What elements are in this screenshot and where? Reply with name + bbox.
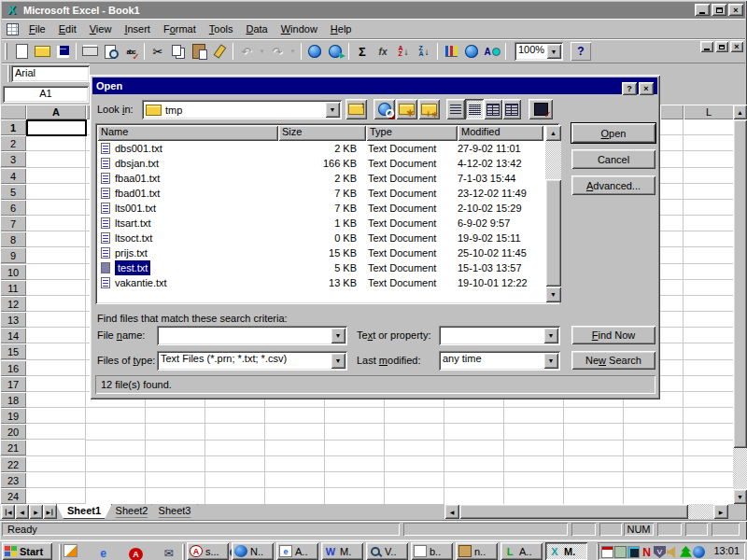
mail-icon[interactable]: ✉	[162, 547, 176, 560]
file-row[interactable]: fbaa01.txt2 KBText Document7-1-03 15:44	[97, 171, 557, 186]
file-row[interactable]: test.txt5 KBText Document15-1-03 13:57	[97, 260, 557, 275]
menu-edit[interactable]: Edit	[52, 21, 83, 37]
cut-button[interactable]	[148, 42, 168, 61]
menu-data[interactable]: Data	[239, 21, 274, 37]
undo-dropdown-button[interactable]: ▼	[257, 42, 267, 61]
row-header-21[interactable]: 21	[0, 440, 26, 455]
up-one-level-button[interactable]	[345, 99, 367, 119]
task-button-green-app[interactable]: LA..	[500, 542, 543, 560]
menu-help[interactable]: Help	[324, 21, 359, 37]
add-to-favorites-button[interactable]	[418, 99, 440, 119]
search-web-button[interactable]	[374, 99, 395, 119]
last-modified-combobox[interactable]: any time ▼	[439, 351, 560, 371]
open-button[interactable]	[32, 42, 52, 61]
file-row[interactable]: vakantie.txt13 KBText Document19-10-01 1…	[97, 275, 557, 290]
file-row[interactable]: prijs.txt15 KBText Document25-10-02 11:4…	[97, 245, 557, 260]
task-button-ie-document[interactable]: eA..	[276, 542, 318, 560]
row-header-1[interactable]: 1	[0, 119, 26, 135]
excel-app-icon[interactable]: X	[5, 4, 19, 17]
scroll-down-icon[interactable]: ▼	[733, 489, 747, 504]
row-header-18[interactable]: 18	[0, 392, 26, 408]
row-header-17[interactable]: 17	[0, 376, 26, 392]
autosum-button[interactable]	[352, 42, 373, 61]
look-in-combobox[interactable]: tmp ▼	[142, 100, 342, 119]
paste-function-button[interactable]	[373, 42, 393, 61]
task-button-word[interactable]: WM.	[321, 542, 363, 560]
file-row[interactable]: ltsart.txt1 KBText Document6-9-02 9:57	[97, 216, 557, 231]
cancel-button[interactable]: Cancel	[571, 149, 655, 169]
menu-tools[interactable]: Tools	[203, 21, 240, 37]
pen-tablet-tray-icon[interactable]	[614, 546, 627, 558]
zoom-combobox[interactable]: 100% ▼	[514, 42, 563, 61]
new-workbook-button[interactable]	[11, 42, 32, 61]
text-or-property-combobox[interactable]: ▼	[439, 326, 560, 345]
vertical-scrollbar-thumb[interactable]	[733, 119, 747, 448]
redo-dropdown-button[interactable]: ▼	[288, 42, 298, 61]
column-header-size[interactable]: Size	[278, 125, 366, 141]
restore-icon[interactable]	[712, 4, 726, 16]
row-header-22[interactable]: 22	[0, 456, 26, 472]
open-button[interactable]: Open	[571, 123, 655, 143]
file-row[interactable]: lts001.txt7 KBText Document2-10-02 15:29	[97, 201, 557, 216]
scheduler-tray-icon[interactable]	[601, 546, 613, 558]
sheet-tab-sheet1[interactable]: Sheet1	[56, 504, 112, 519]
file-row[interactable]: ltsoct.txt0 KBText Document19-9-02 15:11	[97, 231, 557, 245]
row-header-5[interactable]: 5	[0, 184, 26, 200]
redo-button[interactable]	[267, 42, 288, 61]
file-row[interactable]: dbsjan.txt166 KBText Document4-12-02 13:…	[97, 156, 557, 171]
files-of-type-dropdown-icon[interactable]: ▼	[331, 353, 345, 369]
dialog-close-icon[interactable]: ×	[639, 82, 654, 95]
column-header-partial-k[interactable]	[660, 105, 684, 119]
view-details-button[interactable]	[465, 99, 484, 119]
row-header-15[interactable]: 15	[0, 343, 26, 359]
print-button[interactable]	[79, 42, 100, 61]
file-name-dropdown-icon[interactable]: ▼	[331, 328, 345, 343]
look-in-favorites-button[interactable]	[396, 99, 417, 119]
minimize-icon[interactable]	[695, 4, 710, 16]
task-button-search[interactable]: V..	[366, 542, 408, 560]
web-toolbar-button[interactable]	[325, 42, 345, 61]
scroll-right-icon[interactable]: ▶	[713, 504, 728, 519]
list-scroll-up-icon[interactable]: ▲	[545, 125, 561, 141]
files-of-type-combobox[interactable]: Text Files (*.prn; *.txt; *.csv) ▼	[157, 351, 347, 371]
text-or-property-dropdown-icon[interactable]: ▼	[543, 328, 558, 343]
select-all-corner[interactable]	[0, 105, 26, 119]
last-sheet-icon[interactable]: ▶┃	[43, 504, 57, 519]
display-tray-icon[interactable]	[627, 546, 640, 558]
file-row[interactable]: fbad01.txt7 KBText Document23-12-02 11:4…	[97, 186, 557, 201]
copy-button[interactable]	[168, 42, 189, 61]
shield-tray-icon[interactable]: V	[654, 546, 666, 558]
new-search-button[interactable]: New Search	[571, 351, 655, 370]
prev-sheet-icon[interactable]: ◀	[15, 504, 29, 519]
row-header-24[interactable]: 24	[0, 488, 26, 504]
row-header-10[interactable]: 10	[0, 264, 26, 280]
task-button-notepad[interactable]: b..	[411, 542, 453, 560]
find-now-button[interactable]: Find Now	[571, 326, 655, 344]
column-header-a[interactable]: A	[26, 105, 86, 119]
print-preview-button[interactable]	[100, 42, 120, 61]
dialog-help-icon[interactable]: ?	[622, 82, 637, 95]
sheet-tab-sheet2[interactable]: Sheet2	[108, 504, 155, 518]
row-header-7[interactable]: 7	[0, 216, 26, 231]
volume-tray-icon[interactable]	[667, 546, 679, 558]
row-header-20[interactable]: 20	[0, 424, 26, 440]
column-header-name[interactable]: Name	[97, 125, 278, 141]
row-header-13[interactable]: 13	[0, 312, 26, 328]
sheet-tab-sheet3[interactable]: Sheet3	[151, 504, 198, 518]
zoom-dropdown-icon[interactable]: ▼	[546, 44, 561, 59]
task-button-antivirus[interactable]: As...	[187, 542, 229, 560]
name-box[interactable]: A1	[3, 86, 89, 103]
netscape-tray-icon[interactable]: N	[641, 546, 653, 558]
internet-explorer-icon[interactable]: e	[96, 547, 110, 560]
close-icon[interactable]: ×	[728, 4, 743, 16]
globe-tray-icon[interactable]	[693, 546, 705, 558]
workbook-icon[interactable]	[7, 23, 19, 35]
undo-button[interactable]	[236, 42, 257, 61]
menu-window[interactable]: Window	[275, 21, 324, 37]
look-in-dropdown-icon[interactable]: ▼	[325, 102, 340, 118]
row-header-19[interactable]: 19	[0, 408, 26, 424]
menu-format[interactable]: Format	[157, 21, 203, 37]
start-button[interactable]: Start	[2, 542, 52, 560]
row-header-11[interactable]: 11	[0, 280, 26, 296]
last-modified-dropdown-icon[interactable]: ▼	[543, 353, 558, 369]
